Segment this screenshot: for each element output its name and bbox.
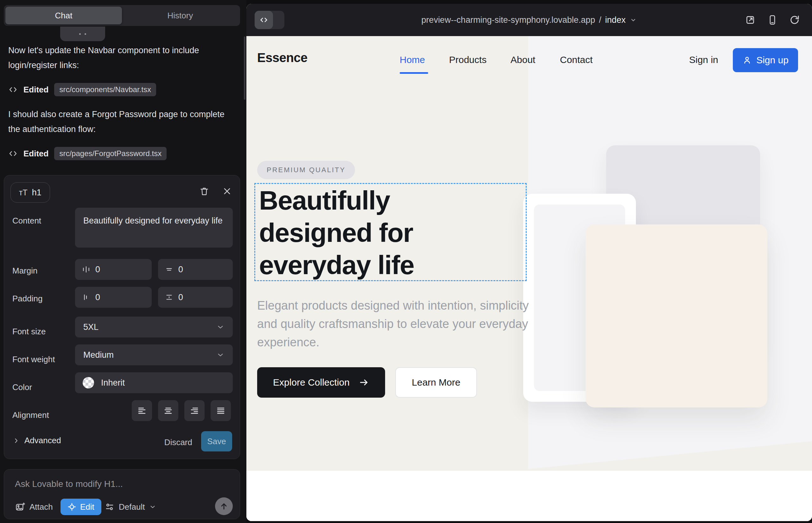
learn-more-button[interactable]: Learn More bbox=[395, 367, 477, 398]
tab-chat[interactable]: Chat bbox=[5, 7, 122, 24]
edited-label: Edited bbox=[23, 85, 49, 95]
preview-toolbar: preview--charming-site-symphony.lovable.… bbox=[246, 4, 812, 36]
explore-collection-button[interactable]: Explore Collection bbox=[257, 367, 385, 398]
content-value: Beautifully designed for everyday life bbox=[83, 214, 223, 228]
preview-frame: preview--charming-site-symphony.lovable.… bbox=[246, 4, 812, 521]
code-icon bbox=[8, 149, 18, 158]
align-right-button[interactable] bbox=[184, 400, 205, 421]
active-nav-underline bbox=[400, 72, 428, 74]
chat-sidebar: Chat History Now let's update the Navbar… bbox=[0, 0, 246, 523]
nav-link-products[interactable]: Products bbox=[449, 54, 487, 65]
section-below-hero bbox=[246, 471, 812, 521]
attach-image-icon bbox=[15, 502, 25, 512]
padding-y-input[interactable]: 0 bbox=[158, 287, 233, 308]
preview-url[interactable]: preview--charming-site-symphony.lovable.… bbox=[422, 4, 637, 36]
discard-button[interactable]: Discard bbox=[164, 437, 192, 447]
external-link-icon bbox=[745, 15, 756, 25]
preview-area: preview--charming-site-symphony.lovable.… bbox=[246, 0, 812, 523]
edited-file-row: Edited src/components/Navbar.tsx bbox=[8, 82, 156, 97]
margin-y-icon bbox=[165, 265, 173, 273]
user-icon bbox=[742, 55, 752, 65]
padding-label: Padding bbox=[12, 294, 42, 304]
code-preview-toggle[interactable] bbox=[254, 11, 284, 29]
mobile-view-button[interactable] bbox=[767, 15, 778, 25]
font-weight-select[interactable]: Medium bbox=[75, 344, 233, 365]
font-weight-label: Font weight bbox=[12, 355, 55, 364]
chevron-down-icon bbox=[216, 323, 225, 331]
element-tag-label: h1 bbox=[32, 188, 41, 198]
hero-heading[interactable]: Beautifully designed for everyday life bbox=[259, 184, 414, 281]
align-left-icon bbox=[137, 406, 147, 415]
explore-collection-label: Explore Collection bbox=[273, 377, 350, 388]
content-label: Content bbox=[12, 216, 41, 226]
sign-in-link[interactable]: Sign in bbox=[689, 54, 718, 65]
selected-element-tag: тT h1 bbox=[11, 182, 50, 203]
chevron-down-icon bbox=[216, 351, 225, 359]
url-path: index bbox=[605, 15, 626, 25]
attach-button[interactable]: Attach bbox=[15, 499, 53, 515]
align-justify-button[interactable] bbox=[211, 400, 231, 421]
tab-history[interactable]: History bbox=[122, 7, 239, 24]
preview-actions bbox=[745, 4, 800, 36]
color-select[interactable]: Inherit bbox=[75, 372, 233, 393]
chat-scrollbar[interactable] bbox=[244, 36, 245, 100]
chat-input[interactable]: Ask Lovable to modify H1... bbox=[15, 479, 123, 489]
open-external-button[interactable] bbox=[745, 15, 756, 25]
file-badge[interactable]: src/components/Navbar.tsx bbox=[54, 83, 156, 96]
heading-line: Beautifully bbox=[259, 184, 414, 217]
dot bbox=[79, 33, 81, 35]
padding-x-input[interactable]: 0 bbox=[75, 287, 152, 308]
heading-line: designed for bbox=[259, 217, 414, 249]
file-badge[interactable]: src/pages/ForgotPassword.tsx bbox=[54, 147, 166, 160]
mobile-icon bbox=[767, 15, 778, 25]
dot bbox=[85, 33, 86, 35]
chat-history-tabs: Chat History bbox=[4, 5, 240, 26]
color-label: Color bbox=[12, 382, 32, 392]
padding-x-value: 0 bbox=[95, 292, 100, 302]
sign-up-button[interactable]: Sign up bbox=[733, 48, 798, 72]
save-button[interactable]: Save bbox=[201, 431, 232, 451]
delete-element-button[interactable] bbox=[198, 185, 211, 198]
advanced-toggle[interactable]: Advanced bbox=[12, 436, 61, 446]
chevron-down-icon bbox=[629, 16, 637, 24]
refresh-icon bbox=[789, 15, 800, 25]
element-editor-panel: тT h1 Content Beautifully designed for e… bbox=[4, 175, 240, 459]
margin-x-input[interactable]: 0 bbox=[75, 259, 152, 280]
site-canvas: Essence Home Products About Contact Sign… bbox=[246, 36, 812, 521]
font-size-select[interactable]: 5XL bbox=[75, 317, 233, 338]
align-left-button[interactable] bbox=[132, 400, 152, 421]
refresh-button[interactable] bbox=[789, 15, 800, 25]
code-icon bbox=[259, 15, 268, 25]
code-toggle-segment[interactable] bbox=[254, 11, 273, 29]
assistant-message: Now let's update the Navbar component to… bbox=[8, 43, 232, 73]
chevron-down-icon bbox=[149, 503, 156, 510]
chevron-right-icon bbox=[12, 437, 20, 445]
premium-quality-badge: PREMIUM QUALITY bbox=[257, 161, 355, 179]
collapsed-message-pill[interactable] bbox=[60, 26, 105, 41]
close-editor-button[interactable] bbox=[221, 185, 233, 198]
align-center-button[interactable] bbox=[158, 400, 178, 421]
advanced-label: Advanced bbox=[24, 436, 61, 446]
edit-mode-button[interactable]: Edit bbox=[60, 499, 101, 515]
code-icon bbox=[8, 85, 18, 94]
mode-dropdown[interactable]: Default bbox=[105, 499, 156, 515]
nav-link-home[interactable]: Home bbox=[400, 54, 425, 65]
nav-link-contact[interactable]: Contact bbox=[560, 54, 593, 65]
nav-link-about[interactable]: About bbox=[511, 54, 535, 65]
heading-line: everyday life bbox=[259, 249, 414, 281]
close-icon bbox=[222, 186, 232, 196]
send-button[interactable] bbox=[215, 497, 233, 515]
margin-y-input[interactable]: 0 bbox=[158, 259, 233, 280]
font-size-value: 5XL bbox=[83, 322, 99, 332]
url-text: preview--charming-site-symphony.lovable.… bbox=[422, 15, 595, 25]
alignment-label: Alignment bbox=[12, 410, 49, 420]
hero-right-panel bbox=[528, 36, 812, 471]
site-logo[interactable]: Essence bbox=[257, 51, 307, 65]
hero-paragraph: Elegant products designed with intention… bbox=[257, 296, 544, 351]
align-justify-icon bbox=[216, 406, 226, 415]
edited-file-row: Edited src/pages/ForgotPassword.tsx bbox=[8, 146, 166, 161]
content-input[interactable]: Beautifully designed for everyday life bbox=[75, 208, 233, 248]
padding-x-icon bbox=[82, 293, 90, 301]
arrow-up-icon bbox=[219, 502, 229, 511]
target-icon bbox=[68, 502, 76, 511]
